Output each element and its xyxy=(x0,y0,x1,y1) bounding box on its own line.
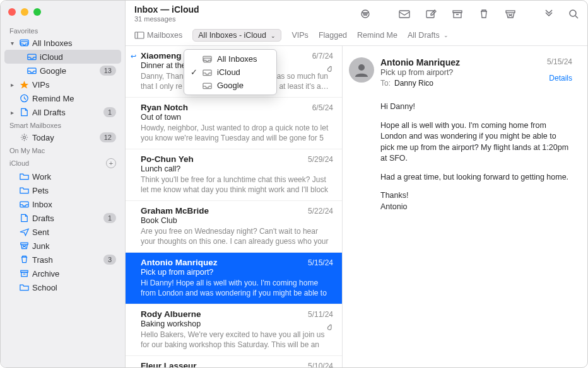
message-from: Fleur Lasseur xyxy=(141,361,197,367)
search-icon[interactable] xyxy=(568,9,580,19)
favbar-drafts[interactable]: All Drafts ⌄ xyxy=(408,31,449,40)
message-from: Po-Chun Yeh xyxy=(141,154,194,164)
sidebar-item-label: Remind Me xyxy=(32,94,116,103)
reader-to-label: To: xyxy=(380,79,391,88)
reader-date: 5/15/24 xyxy=(547,57,572,88)
tray-icon xyxy=(202,68,213,77)
sidebar-item-sent[interactable]: Sent xyxy=(4,225,121,239)
sidebar-item-label: iCloud xyxy=(40,52,116,62)
message-row[interactable]: Fleur Lasseur5/10/24Soccer jerseysAre yo… xyxy=(126,356,342,367)
inbox-title: Inbox — iCloud xyxy=(134,4,359,14)
sidebar-item-label: VIPs xyxy=(32,80,116,89)
sidebar-item-drafts[interactable]: Drafts1 xyxy=(4,211,121,225)
add-mailbox-button[interactable]: + xyxy=(106,158,116,168)
svg-point-29 xyxy=(358,64,365,71)
sidebar-item-work[interactable]: Work xyxy=(4,170,121,183)
trash-icon xyxy=(18,255,30,265)
sidebar-item-all-drafts[interactable]: ▸All Drafts1 xyxy=(4,105,121,119)
sidebar-item-label: Pets xyxy=(32,186,116,195)
mailbox-dropdown[interactable]: All Inboxes - iCloud ⌄ xyxy=(192,29,281,42)
sidebar-toggle-icon xyxy=(134,32,144,39)
svg-rect-7 xyxy=(20,243,27,244)
details-button[interactable]: Details xyxy=(549,74,572,83)
message-row[interactable]: Rody Albuerne5/11/24Baking workshopHello… xyxy=(126,304,342,356)
mailboxes-button[interactable]: Mailboxes xyxy=(134,31,182,40)
count-badge: 13 xyxy=(100,66,116,76)
trash-icon[interactable] xyxy=(478,9,490,19)
menu-item-google[interactable]: Google xyxy=(184,79,276,92)
sidebar-item-archive[interactable]: Archive xyxy=(4,267,121,280)
message-preview: Hi Danny! Hope all is well with you. I'm… xyxy=(141,278,333,298)
attachment-icon xyxy=(326,64,333,72)
message-row[interactable]: Antonio Manriquez5/15/24Pick up from air… xyxy=(126,253,342,304)
avatar xyxy=(349,57,374,83)
sidebar-item-icloud[interactable]: iCloud xyxy=(4,50,121,64)
sidebar-section-favorites: Favorites xyxy=(1,25,125,36)
sidebar-item-label: Sent xyxy=(32,227,116,237)
sidebar-item-label: All Inboxes xyxy=(32,38,116,48)
sidebar-item-today[interactable]: Today12 xyxy=(4,130,121,144)
count-badge: 1 xyxy=(103,213,116,223)
menu-item-all-inboxes[interactable]: All Inboxes xyxy=(184,52,276,66)
message-from: Antonio Manriquez xyxy=(141,258,218,267)
favbar-remind[interactable]: Remind Me xyxy=(357,31,397,40)
sidebar-item-pets[interactable]: Pets xyxy=(4,183,121,197)
count-badge: 12 xyxy=(100,132,116,142)
junk-icon xyxy=(18,241,30,251)
favbar-flagged[interactable]: Flagged xyxy=(319,31,347,40)
reader-subject: Pick up from airport? xyxy=(380,68,460,77)
body-paragraph: Hi Danny! xyxy=(380,101,572,113)
disclosure-chevron-icon: ▾ xyxy=(8,40,16,47)
compose-icon[interactable] xyxy=(425,9,437,19)
message-row[interactable]: Graham McBride5/22/24Book ClubAre you fr… xyxy=(126,201,342,253)
message-subject: Lunch call? xyxy=(141,164,333,173)
title-bar: Inbox — iCloud 31 messages xyxy=(126,1,587,25)
sidebar-item-school[interactable]: School xyxy=(4,280,121,294)
message-subject: Out of town xyxy=(141,113,333,122)
more-icon[interactable] xyxy=(543,9,555,19)
sidebar-section-smart: Smart Mailboxes xyxy=(1,119,125,130)
message-date: 5/15/24 xyxy=(308,258,333,267)
sidebar-item-label: Inbox xyxy=(32,200,116,209)
sidebar-smart-list: Today12 xyxy=(1,130,125,144)
filter-icon[interactable] xyxy=(359,9,372,19)
message-subject: Book Club xyxy=(141,216,333,225)
maximize-window-button[interactable] xyxy=(33,8,41,16)
sidebar-item-all-inboxes[interactable]: ▾All Inboxes xyxy=(4,36,121,50)
message-preview: Howdy, neighbor, Just wanted to drop a q… xyxy=(141,123,333,143)
body-paragraph: Had a great time, but looking forward to… xyxy=(380,172,572,183)
message-count: 31 messages xyxy=(134,15,359,23)
sidebar-item-junk[interactable]: Junk xyxy=(4,239,121,253)
doc-icon xyxy=(18,213,30,223)
message-date: 6/7/24 xyxy=(312,52,333,60)
sidebar-item-label: Google xyxy=(40,66,97,76)
svg-point-25 xyxy=(570,10,576,16)
message-row[interactable]: Ryan Notch6/5/24Out of townHowdy, neighb… xyxy=(126,98,342,149)
menu-item-label: All Inboxes xyxy=(217,54,257,64)
message-preview: Think you'll be free for a lunchtime cha… xyxy=(141,175,333,195)
menu-item-icloud[interactable]: ✓iCloud xyxy=(184,66,276,79)
new-message-icon[interactable] xyxy=(398,9,411,19)
sidebar-item-label: School xyxy=(32,283,116,292)
mail-window: Favorites ▾All InboxesiCloudGoogle13▸VIP… xyxy=(0,0,588,368)
disclosure-chevron-icon: ▸ xyxy=(8,81,16,88)
archive-icon[interactable] xyxy=(451,9,464,19)
sidebar-item-google[interactable]: Google13 xyxy=(4,64,121,78)
favbar-vips[interactable]: VIPs xyxy=(291,31,308,40)
junk-icon[interactable] xyxy=(504,9,517,19)
message-row[interactable]: Po-Chun Yeh5/29/24Lunch call?Think you'l… xyxy=(126,149,342,201)
sidebar-item-vips[interactable]: ▸VIPs xyxy=(4,78,121,91)
reader-body: Hi Danny!Hope all is well with you. I'm … xyxy=(380,101,572,212)
minimize-window-button[interactable] xyxy=(21,8,28,16)
tray-icon xyxy=(18,199,30,209)
folder-icon xyxy=(18,185,30,195)
gear-icon xyxy=(18,132,30,142)
sidebar-item-inbox[interactable]: Inbox xyxy=(4,197,121,211)
sidebar-item-remind-me[interactable]: Remind Me xyxy=(4,91,121,105)
close-window-button[interactable] xyxy=(8,8,16,16)
count-badge: 3 xyxy=(103,255,116,265)
sidebar-item-trash[interactable]: Trash3 xyxy=(4,253,121,267)
message-date: 5/29/24 xyxy=(308,155,333,164)
tray-all-icon xyxy=(18,38,30,48)
checkmark-icon: ✓ xyxy=(189,67,198,77)
